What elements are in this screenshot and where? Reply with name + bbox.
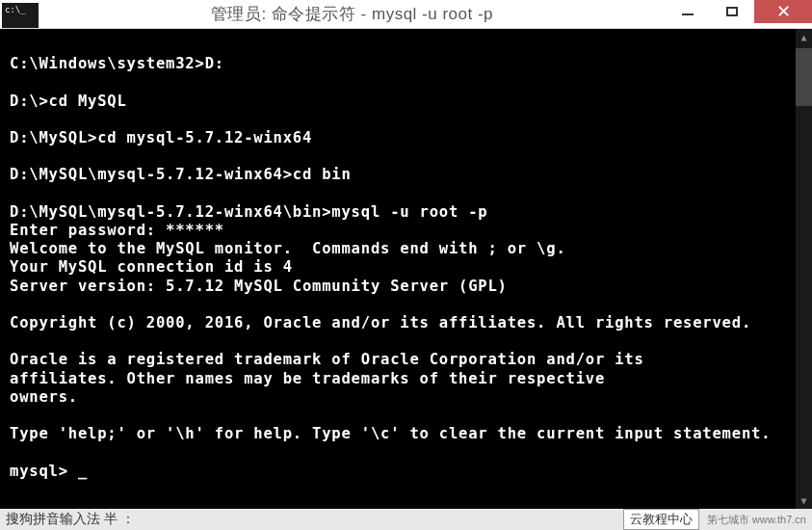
app-icon[interactable]: c:\_: [2, 3, 39, 28]
titlebar[interactable]: c:\_ 管理员: 命令提示符 - mysql -u root -p ✕: [0, 0, 812, 29]
maximize-button[interactable]: [710, 0, 754, 23]
maximize-icon: [726, 7, 738, 16]
close-button[interactable]: ✕: [754, 0, 812, 23]
scrollbar[interactable]: ▲ ▼: [796, 29, 812, 509]
ime-right: 云教程中心 第七城市 www.th7.cn: [623, 509, 806, 530]
close-icon: ✕: [776, 3, 791, 20]
window-controls: ✕: [666, 0, 812, 29]
terminal-output[interactable]: C:\Windows\system32>D: D:\>cd MySQL D:\M…: [0, 29, 796, 509]
ime-tag[interactable]: 云教程中心: [623, 509, 699, 530]
scroll-down-icon[interactable]: ▼: [796, 492, 812, 509]
ime-status: 搜狗拼音输入法 半 ：: [6, 511, 135, 528]
minimize-icon: [682, 13, 694, 15]
window-title: 管理员: 命令提示符 - mysql -u root -p: [39, 3, 666, 25]
ime-text: 搜狗拼音输入法 半 ：: [6, 511, 135, 528]
ime-footer: 第七城市 www.th7.cn: [707, 513, 806, 527]
app-icon-text: c:\_: [2, 3, 29, 16]
terminal[interactable]: C:\Windows\system32>D: D:\>cd MySQL D:\M…: [0, 29, 812, 509]
scroll-up-icon[interactable]: ▲: [796, 29, 812, 45]
scroll-thumb[interactable]: [796, 48, 812, 106]
ime-bar: 搜狗拼音输入法 半 ： 云教程中心 第七城市 www.th7.cn: [0, 509, 812, 530]
minimize-button[interactable]: [666, 0, 710, 23]
